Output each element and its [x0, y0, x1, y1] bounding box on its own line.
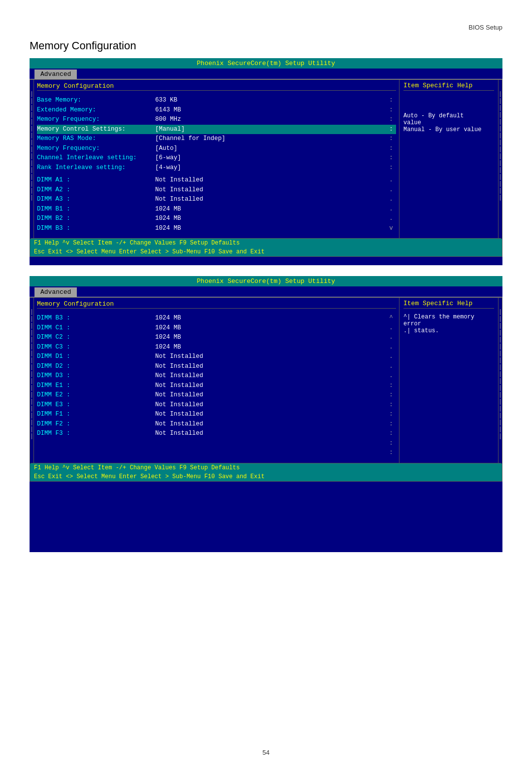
row2-dimm-d3: DIMM D3 : Not Installed .: [37, 371, 396, 381]
row-dimm-a1: DIMM A1 : Not Installed .: [37, 175, 396, 185]
label-dimm-b1: DIMM B1 :: [37, 205, 155, 214]
ind-extended-memory: :: [386, 106, 396, 115]
ind-dimm-b3: v: [386, 224, 396, 233]
row2-dimm-f3: DIMM F3 : Not Installed :: [37, 429, 396, 439]
ind2-dimm-c2: .: [386, 333, 396, 342]
value-extended-memory: 6143 MB: [155, 106, 386, 115]
value2-dimm-d1: Not Installed: [155, 352, 386, 361]
help-line-2-2: .| status.: [403, 327, 494, 334]
label-rank-interleave: Rank Interleave setting:: [37, 164, 155, 173]
row2-dimm-b3: DIMM B3 : 1024 MB ^: [37, 314, 396, 323]
value-ras-mode: [Channel for Indep]: [155, 135, 386, 143]
label-channel-interleave: Channel Interleave setting:: [37, 154, 155, 163]
ind2-dimm-d2: .: [386, 362, 396, 371]
label-dimm-a2: DIMM A2 :: [37, 186, 155, 195]
value-memory-frequency-1: 800 MHz: [155, 115, 386, 124]
row2-dimm-f1: DIMM F1 : Not Installed :: [37, 410, 396, 420]
row2-dimm-f2: DIMM F2 : Not Installed :: [37, 420, 396, 429]
row2-dimm-e2: DIMM E2 : Not Installed :: [37, 390, 396, 400]
label-memory-frequency-1: Memory Frequency:: [37, 115, 155, 124]
row-dimm-b1: DIMM B1 : 1024 MB .: [37, 205, 396, 214]
bios-main-1: Memory Configuration Base Memory: 633 KB…: [34, 80, 399, 238]
value-memory-freq-2: [Auto]: [155, 144, 386, 153]
row2-dimm-c1: DIMM C1 : 1024 MB .: [37, 323, 396, 333]
help-area-2: Item Specific Help ^| Clears the memory …: [399, 298, 498, 463]
ind-base-memory: :: [386, 96, 396, 105]
ind2-dimm-c1: .: [386, 324, 396, 333]
ind2-dimm-c3: .: [386, 343, 396, 352]
ind2-dimm-d1: .: [386, 352, 396, 361]
value-rank-interleave: [4-way]: [155, 164, 386, 173]
bios-main-2: Memory Configuration DIMM B3 : 1024 MB ^…: [34, 298, 399, 463]
label2-dimm-b3: DIMM B3 :: [37, 314, 155, 323]
page-label: BIOS Setup: [468, 24, 502, 31]
label-dimm-a1: DIMM A1 :: [37, 176, 155, 185]
bios-footer-1a: F1 Help ^v Select Item -/+ Change Values…: [30, 239, 502, 247]
label-base-memory: Base Memory:: [37, 96, 155, 105]
ind-memory-freq-2: :: [386, 144, 396, 153]
ind-dimm-a2: .: [386, 186, 396, 195]
value2-dimm-d3: Not Installed: [155, 372, 386, 381]
label2-dimm-d3: DIMM D3 :: [37, 372, 155, 381]
value2-dimm-f2: Not Installed: [155, 420, 386, 429]
row-memory-frequency-1: Memory Frequency: 800 MHz :: [37, 115, 396, 125]
label-extended-memory: Extended Memory:: [37, 106, 155, 115]
bios-tab-bar-2: Advanced: [30, 286, 502, 297]
bios-footer-2b: Esc Exit <> Select Menu Enter Select > S…: [30, 472, 502, 481]
bios-footer-2a: F1 Help ^v Select Item -/+ Change Values…: [30, 463, 502, 472]
ind-dimm-a1: .: [386, 176, 396, 185]
row2-dimm-d1: DIMM D1 : Not Installed .: [37, 352, 396, 362]
value2-dimm-f3: Not Installed: [155, 429, 386, 438]
label2-dimm-f2: DIMM F2 :: [37, 420, 155, 429]
ind2-dimm-f3: :: [386, 429, 396, 438]
value-dimm-b2: 1024 MB: [155, 214, 386, 223]
bios-screen-1: Phoenix SecureCore(tm) Setup Utility Adv…: [30, 58, 502, 265]
ind2-dimm-b3: ^: [386, 314, 396, 323]
ind-channel-interleave: :: [386, 154, 396, 163]
ind2-dimm-e3: :: [386, 401, 396, 410]
bios-screen-2: Phoenix SecureCore(tm) Setup Utility Adv…: [30, 276, 502, 552]
label2-dimm-f3: DIMM F3 :: [37, 429, 155, 438]
ind-dimm-b1: .: [386, 205, 396, 214]
row-dimm-a3: DIMM A3 : Not Installed .: [37, 195, 396, 205]
help-line-1-3: Manual - By user value: [403, 126, 494, 133]
help-area-1: Item Specific Help Auto - By default val…: [399, 80, 498, 238]
row2-dimm-e1: DIMM E1 : Not Installed :: [37, 381, 396, 391]
ind-memory-control: :: [386, 125, 396, 134]
label2-dimm-f1: DIMM F1 :: [37, 410, 155, 419]
label2-dimm-e3: DIMM E3 :: [37, 401, 155, 410]
row2-empty-2: :: [37, 448, 396, 458]
help-line-1-2: value: [403, 119, 494, 126]
value-dimm-b3: 1024 MB: [155, 224, 386, 233]
help-line-2-1: ^| Clears the memory error: [403, 314, 494, 327]
label2-dimm-e1: DIMM E1 :: [37, 382, 155, 390]
value2-dimm-e2: Not Installed: [155, 391, 386, 400]
bios-header-1: Phoenix SecureCore(tm) Setup Utility: [30, 58, 502, 69]
row2-dimm-c2: DIMM C2 : 1024 MB .: [37, 333, 396, 343]
section-title: Memory Configuration: [30, 39, 136, 52]
ind2-dimm-f1: :: [386, 410, 396, 419]
bios-tab-advanced-1[interactable]: Advanced: [34, 70, 77, 79]
label-ras-mode: Memory RAS Mode:: [37, 135, 155, 143]
row2-dimm-d2: DIMM D2 : Not Installed .: [37, 362, 396, 372]
row2-dimm-c3: DIMM C3 : 1024 MB .: [37, 343, 396, 352]
ind2-dimm-f2: :: [386, 420, 396, 429]
value2-dimm-e3: Not Installed: [155, 401, 386, 410]
bios-tab-advanced-2[interactable]: Advanced: [34, 287, 77, 297]
ind-memory-frequency-1: :: [386, 115, 396, 124]
label2-dimm-c3: DIMM C3 :: [37, 343, 155, 352]
value2-dimm-d2: Not Installed: [155, 362, 386, 371]
row-dimm-b2: DIMM B2 : 1024 MB .: [37, 214, 396, 224]
value2-dimm-c1: 1024 MB: [155, 324, 386, 333]
label-dimm-a3: DIMM A3 :: [37, 195, 155, 204]
label2-dimm-c2: DIMM C2 :: [37, 333, 155, 342]
section-header-1: Memory Configuration: [37, 82, 396, 90]
ind2-dimm-e2: :: [386, 391, 396, 400]
value2-dimm-f1: Not Installed: [155, 410, 386, 419]
row-dimm-a2: DIMM A2 : Not Installed .: [37, 185, 396, 195]
help-line-1-1: Auto - By default: [403, 112, 494, 119]
row-extended-memory: Extended Memory: 6143 MB :: [37, 105, 396, 115]
row-ras-mode: Memory RAS Mode: [Channel for Indep] :: [37, 134, 396, 144]
section-header-2: Memory Configuration: [37, 300, 396, 308]
row-channel-interleave: Channel Interleave setting: [6-way] :: [37, 153, 396, 163]
